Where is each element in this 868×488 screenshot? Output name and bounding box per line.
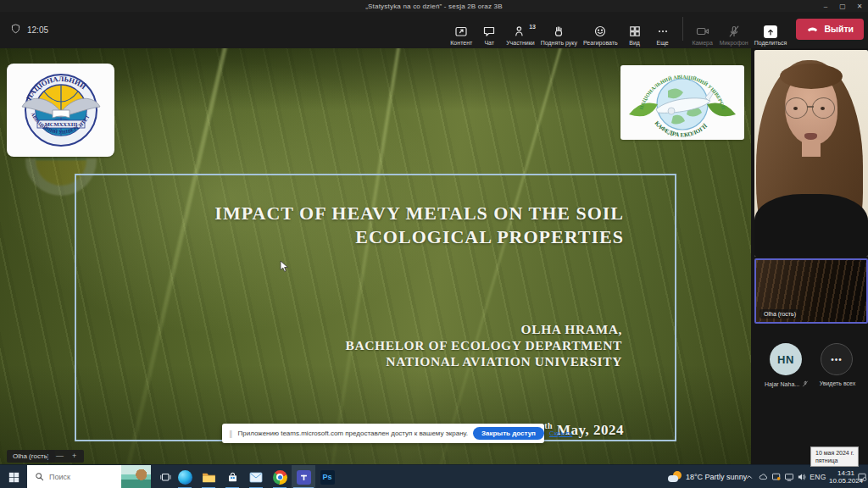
taskbar-app-store[interactable] [220, 465, 244, 488]
partly-sunny-icon [668, 471, 682, 483]
taskbar-app-teams[interactable] [292, 465, 315, 488]
chat-button[interactable]: Чат [478, 24, 500, 46]
share-zoom-control: — + [48, 450, 84, 463]
task-view-icon [159, 471, 171, 483]
zoom-out-button[interactable]: — [56, 452, 64, 460]
phone-hangup-icon [806, 21, 819, 36]
tray-expand-button[interactable] [743, 465, 756, 488]
participant-avatar[interactable]: HN [770, 343, 802, 375]
search-input[interactable] [49, 473, 131, 481]
slide-title: IMPACT OF HEAVY METALS ON THE SOIL ECOLO… [76, 202, 675, 249]
mic-label: Микрофон [720, 40, 748, 46]
raise-hand-icon [552, 24, 565, 38]
edge-icon [178, 470, 192, 485]
slide-title-line1: IMPACT OF HEAVY METALS ON THE SOIL [76, 202, 624, 225]
taskbar-weather[interactable]: 18°C Partly sunny [668, 465, 747, 488]
participant-name-text: Hajar Naha... [765, 381, 799, 387]
content-label: Контент [450, 40, 472, 46]
store-icon [226, 471, 239, 484]
mic-button[interactable]: Микрофон [720, 24, 748, 46]
speaker-video-tile[interactable] [754, 50, 868, 257]
search-icon [35, 469, 44, 485]
participants-label: Участники [506, 40, 534, 46]
author-line2: BACHELOR OF ECOLOGY DEPARTMENT [76, 337, 622, 353]
notification-text: Приложению teams.microsoft.com предостав… [238, 430, 469, 437]
smiley-icon [593, 24, 607, 38]
search-daily-image [121, 465, 151, 488]
windows-taskbar: Ps 18°C Partly sunny ENG 14:31 10.05.202… [0, 464, 868, 488]
view-label: Вид [629, 40, 640, 46]
self-video-tile[interactable]: Olha (гость) [754, 258, 868, 324]
participants-button[interactable]: 13 Участники [506, 24, 534, 46]
drag-grip-icon[interactable]: ∥ [229, 430, 233, 438]
window-title: „Statystyka na co dzień” - sesja 2B oraz… [365, 3, 503, 10]
speaker-eye [793, 107, 798, 110]
leave-button[interactable]: Выйти [796, 19, 864, 40]
speaker-eye [821, 107, 825, 110]
meeting-controls: Контент Чат 13 Участники Поднять руку Ре… [450, 12, 864, 48]
zoom-in-button[interactable]: + [72, 452, 76, 460]
taskbar-app-explorer[interactable] [197, 465, 220, 488]
hide-link[interactable]: Скрыть [549, 430, 572, 437]
window-controls: – ▢ ✕ [817, 0, 868, 12]
speaker-icon [797, 472, 807, 482]
minimize-button[interactable]: – [817, 0, 834, 12]
mic-off-icon [727, 24, 741, 38]
tray-onedrive[interactable] [757, 465, 770, 488]
raise-hand-button[interactable]: Поднять руку [541, 24, 577, 46]
meeting-toolbar: 12:05 Контент Чат 13 Участники Поднять р… [0, 12, 868, 48]
slide-authors: OLHA HRAMA, BACHELOR OF ECOLOGY DEPARTME… [76, 321, 675, 369]
ellipsis-icon [656, 24, 670, 38]
speaker-bangs [780, 64, 843, 89]
start-button[interactable] [0, 465, 27, 488]
taskbar-app-photoshop[interactable]: Ps [315, 465, 339, 488]
windows-logo-icon [8, 472, 19, 483]
see-all-label: Увидеть всех [810, 380, 865, 386]
raise-hand-label: Поднять руку [541, 40, 577, 46]
participants-icon: 13 [514, 24, 527, 38]
maximize-button[interactable]: ▢ [834, 0, 851, 12]
glasses-bridge [807, 106, 814, 108]
stop-sharing-button[interactable]: Закрыть доступ [473, 427, 544, 440]
notification-icon [857, 472, 867, 482]
taskbar-app-edge[interactable] [173, 465, 197, 488]
leave-label: Выйти [824, 24, 854, 34]
tray-screenshot-tool[interactable] [770, 465, 782, 488]
photoshop-icon: Ps [320, 470, 335, 485]
camera-button[interactable]: Камера [692, 24, 714, 46]
taskbar-app-chrome[interactable] [268, 465, 292, 488]
clock-time: 14:31 [837, 469, 854, 477]
shield-icon [10, 23, 21, 38]
chat-icon [482, 24, 496, 38]
chat-label: Чат [484, 40, 494, 46]
logo-left-band-text: МСМХХХІІІ [44, 121, 77, 127]
action-center-button[interactable] [856, 465, 868, 488]
author-line1: OLHA HRAMA, [76, 321, 622, 337]
taskbar-search[interactable] [27, 465, 151, 488]
self-tile-name-label: Olha (гость) [760, 309, 800, 319]
react-button[interactable]: Реагировать [583, 24, 618, 46]
see-all-button[interactable]: ••• [821, 343, 853, 375]
more-button[interactable]: Еще [652, 24, 674, 46]
meeting-timer: 12:05 [10, 12, 48, 48]
tray-volume[interactable] [795, 465, 808, 488]
grid-icon [628, 24, 642, 38]
view-button[interactable]: Вид [624, 24, 646, 46]
speaker-neck [802, 140, 821, 157]
tooltip-date: 10 мая 2024 г. [815, 449, 854, 457]
tooltip-weekday: пятница [815, 457, 854, 464]
camera-label: Камера [692, 40, 712, 46]
close-button[interactable]: ✕ [851, 0, 868, 12]
language-indicator[interactable]: ENG [809, 465, 827, 488]
weather-text: 18°C Partly sunny [686, 473, 747, 481]
author-line3: NATIONAL AVIATION UNIVERSITY [76, 353, 622, 369]
content-button[interactable]: Контент [450, 24, 472, 46]
share-screen-icon [764, 24, 777, 38]
tray-network[interactable] [782, 465, 795, 488]
university-logo-left: НАЦІОНАЛЬНИЙ АВІАЦІЙНИЙ УНІВЕРСИТЕТ МСМХ… [7, 64, 114, 157]
screen-share-notification: ∥ Приложению teams.microsoft.com предост… [222, 424, 544, 443]
taskbar-app-mail[interactable] [244, 465, 268, 488]
share-button[interactable]: Поделиться [754, 24, 787, 46]
meeting-timer-text: 12:05 [27, 25, 48, 35]
date-tooltip: 10 мая 2024 г. пятница [810, 446, 859, 467]
